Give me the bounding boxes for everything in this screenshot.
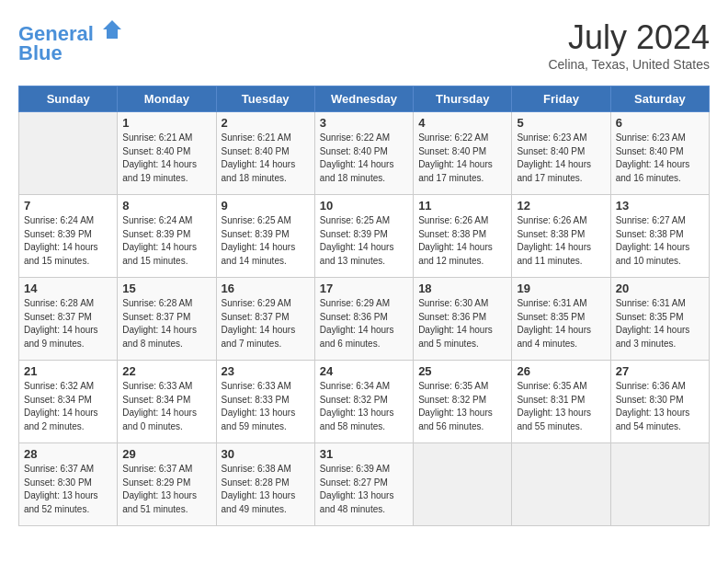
weekday-header-friday: Friday (512, 86, 610, 112)
day-info: Sunrise: 6:24 AMSunset: 8:39 PMDaylight:… (122, 214, 210, 268)
calendar-cell: 9Sunrise: 6:25 AMSunset: 8:39 PMDaylight… (216, 195, 314, 278)
day-info: Sunrise: 6:28 AMSunset: 8:37 PMDaylight:… (24, 297, 112, 350)
calendar-cell: 2Sunrise: 6:21 AMSunset: 8:40 PMDaylight… (216, 112, 314, 195)
calendar-cell: 17Sunrise: 6:29 AMSunset: 8:36 PMDayligh… (314, 278, 413, 361)
svg-marker-0 (103, 20, 121, 39)
day-info: Sunrise: 6:34 AMSunset: 8:32 PMDaylight:… (320, 380, 408, 433)
calendar-week-row: 21Sunrise: 6:32 AMSunset: 8:34 PMDayligh… (19, 361, 710, 443)
day-number: 23 (222, 364, 310, 378)
calendar-cell: 22Sunrise: 6:33 AMSunset: 8:34 PMDayligh… (118, 361, 216, 443)
day-info: Sunrise: 6:31 AMSunset: 8:35 PMDaylight:… (616, 297, 704, 350)
day-info: Sunrise: 6:24 AMSunset: 8:39 PMDaylight:… (24, 214, 112, 268)
calendar-week-row: 7Sunrise: 6:24 AMSunset: 8:39 PMDaylight… (19, 195, 710, 278)
page-header: General Blue July 2024 Celina, Texas, Un… (18, 18, 710, 72)
day-number: 24 (320, 364, 408, 378)
day-number: 22 (122, 364, 210, 378)
day-info: Sunrise: 6:22 AMSunset: 8:40 PMDaylight:… (418, 132, 506, 185)
day-info: Sunrise: 6:33 AMSunset: 8:33 PMDaylight:… (222, 380, 310, 433)
day-info: Sunrise: 6:23 AMSunset: 8:40 PMDaylight:… (616, 132, 704, 185)
day-info: Sunrise: 6:30 AMSunset: 8:36 PMDaylight:… (418, 297, 506, 350)
calendar-table: SundayMondayTuesdayWednesdayThursdayFrid… (18, 86, 710, 526)
calendar-cell: 1Sunrise: 6:21 AMSunset: 8:40 PMDaylight… (118, 112, 216, 195)
weekday-header-wednesday: Wednesday (314, 86, 413, 112)
day-number: 29 (122, 447, 210, 461)
location: Celina, Texas, United States (548, 57, 710, 72)
day-info: Sunrise: 6:27 AMSunset: 8:38 PMDaylight:… (616, 214, 704, 268)
calendar-cell: 25Sunrise: 6:35 AMSunset: 8:32 PMDayligh… (414, 361, 512, 443)
day-info: Sunrise: 6:37 AMSunset: 8:30 PMDaylight:… (24, 463, 112, 516)
day-number: 7 (24, 199, 112, 213)
weekday-header-sunday: Sunday (19, 86, 118, 112)
day-info: Sunrise: 6:25 AMSunset: 8:39 PMDaylight:… (222, 214, 310, 268)
calendar-cell: 10Sunrise: 6:25 AMSunset: 8:39 PMDayligh… (314, 195, 413, 278)
day-info: Sunrise: 6:25 AMSunset: 8:39 PMDaylight:… (320, 214, 408, 268)
day-number: 9 (222, 199, 310, 213)
calendar-cell: 23Sunrise: 6:33 AMSunset: 8:33 PMDayligh… (216, 361, 314, 443)
calendar-cell: 16Sunrise: 6:29 AMSunset: 8:37 PMDayligh… (216, 278, 314, 361)
calendar-cell: 31Sunrise: 6:39 AMSunset: 8:27 PMDayligh… (314, 443, 413, 526)
calendar-cell (512, 443, 610, 526)
day-number: 10 (320, 199, 408, 213)
day-info: Sunrise: 6:33 AMSunset: 8:34 PMDaylight:… (122, 380, 210, 433)
calendar-cell: 7Sunrise: 6:24 AMSunset: 8:39 PMDaylight… (19, 195, 118, 278)
day-number: 8 (122, 199, 210, 213)
weekday-header-monday: Monday (118, 86, 216, 112)
day-number: 25 (418, 364, 506, 378)
calendar-week-row: 28Sunrise: 6:37 AMSunset: 8:30 PMDayligh… (19, 443, 710, 526)
day-info: Sunrise: 6:23 AMSunset: 8:40 PMDaylight:… (517, 132, 605, 185)
calendar-cell: 5Sunrise: 6:23 AMSunset: 8:40 PMDaylight… (512, 112, 610, 195)
weekday-header-tuesday: Tuesday (216, 86, 314, 112)
day-info: Sunrise: 6:26 AMSunset: 8:38 PMDaylight:… (517, 214, 605, 268)
logo: General Blue (18, 18, 123, 65)
day-number: 1 (122, 116, 210, 130)
weekday-header-thursday: Thursday (414, 86, 512, 112)
day-number: 19 (517, 282, 605, 295)
calendar-cell: 6Sunrise: 6:23 AMSunset: 8:40 PMDaylight… (610, 112, 709, 195)
day-number: 15 (122, 282, 210, 295)
calendar-cell (610, 443, 709, 526)
day-info: Sunrise: 6:26 AMSunset: 8:38 PMDaylight:… (418, 214, 506, 268)
calendar-cell: 30Sunrise: 6:38 AMSunset: 8:28 PMDayligh… (216, 443, 314, 526)
day-info: Sunrise: 6:38 AMSunset: 8:28 PMDaylight:… (222, 463, 310, 516)
day-info: Sunrise: 6:29 AMSunset: 8:36 PMDaylight:… (320, 297, 408, 350)
day-info: Sunrise: 6:35 AMSunset: 8:31 PMDaylight:… (517, 380, 605, 433)
day-number: 6 (616, 116, 704, 130)
calendar-cell: 19Sunrise: 6:31 AMSunset: 8:35 PMDayligh… (512, 278, 610, 361)
calendar-cell: 12Sunrise: 6:26 AMSunset: 8:38 PMDayligh… (512, 195, 610, 278)
day-info: Sunrise: 6:31 AMSunset: 8:35 PMDaylight:… (517, 297, 605, 350)
day-number: 14 (24, 282, 112, 295)
day-number: 3 (320, 116, 408, 130)
day-number: 21 (24, 364, 112, 378)
calendar-cell: 13Sunrise: 6:27 AMSunset: 8:38 PMDayligh… (610, 195, 709, 278)
day-info: Sunrise: 6:28 AMSunset: 8:37 PMDaylight:… (122, 297, 210, 350)
weekday-header-saturday: Saturday (610, 86, 709, 112)
calendar-cell: 11Sunrise: 6:26 AMSunset: 8:38 PMDayligh… (414, 195, 512, 278)
day-number: 27 (616, 364, 704, 378)
calendar-week-row: 1Sunrise: 6:21 AMSunset: 8:40 PMDaylight… (19, 112, 710, 195)
day-info: Sunrise: 6:37 AMSunset: 8:29 PMDaylight:… (122, 463, 210, 516)
calendar-cell: 26Sunrise: 6:35 AMSunset: 8:31 PMDayligh… (512, 361, 610, 443)
day-number: 13 (616, 199, 704, 213)
calendar-cell: 8Sunrise: 6:24 AMSunset: 8:39 PMDaylight… (118, 195, 216, 278)
day-number: 11 (418, 199, 506, 213)
month-title: July 2024 (548, 18, 710, 57)
calendar-cell: 29Sunrise: 6:37 AMSunset: 8:29 PMDayligh… (118, 443, 216, 526)
day-info: Sunrise: 6:32 AMSunset: 8:34 PMDaylight:… (24, 380, 112, 433)
calendar-cell: 18Sunrise: 6:30 AMSunset: 8:36 PMDayligh… (414, 278, 512, 361)
day-number: 2 (222, 116, 310, 130)
day-number: 4 (418, 116, 506, 130)
day-info: Sunrise: 6:39 AMSunset: 8:27 PMDaylight:… (320, 463, 408, 516)
day-number: 30 (222, 447, 310, 461)
day-info: Sunrise: 6:35 AMSunset: 8:32 PMDaylight:… (418, 380, 506, 433)
day-number: 5 (517, 116, 605, 130)
day-number: 20 (616, 282, 704, 295)
calendar-cell: 21Sunrise: 6:32 AMSunset: 8:34 PMDayligh… (19, 361, 118, 443)
calendar-week-row: 14Sunrise: 6:28 AMSunset: 8:37 PMDayligh… (19, 278, 710, 361)
calendar-cell: 27Sunrise: 6:36 AMSunset: 8:30 PMDayligh… (610, 361, 709, 443)
day-number: 12 (517, 199, 605, 213)
day-number: 26 (517, 364, 605, 378)
day-number: 31 (320, 447, 408, 461)
day-info: Sunrise: 6:21 AMSunset: 8:40 PMDaylight:… (122, 132, 210, 185)
day-number: 28 (24, 447, 112, 461)
calendar-cell: 4Sunrise: 6:22 AMSunset: 8:40 PMDaylight… (414, 112, 512, 195)
